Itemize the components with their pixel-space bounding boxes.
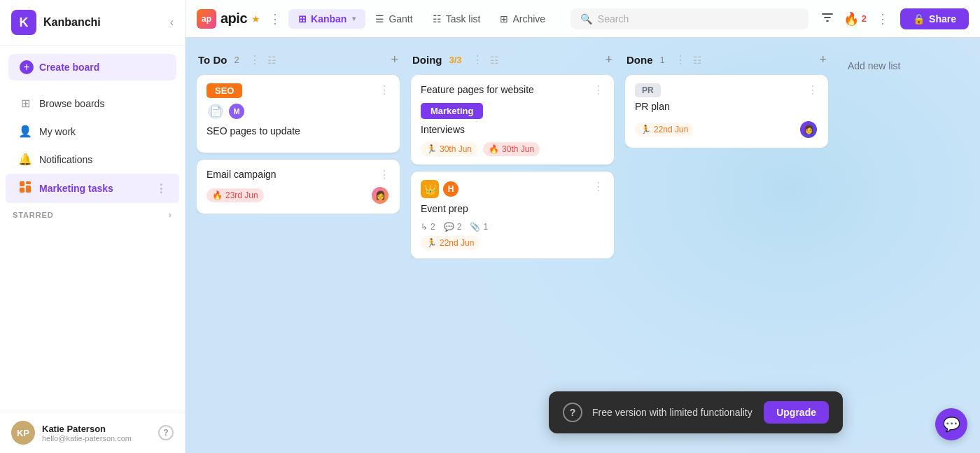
event-prep-avatars: 👑 H <box>421 180 460 198</box>
doing-title: Doing <box>412 54 442 66</box>
doing-more-icon[interactable]: ⋮ <box>469 52 486 68</box>
brand-star-icon: ★ <box>251 13 260 25</box>
search-box[interactable]: 🔍 Search <box>570 8 808 29</box>
pr-tag: PR <box>635 83 661 97</box>
tasks-icon: ↳ <box>421 222 428 232</box>
view-tabs: ⊞ Kanban ▾ ☰ Gantt ☷ Task list ⊞ Archive <box>288 9 555 29</box>
todo-count: 2 <box>234 55 239 65</box>
card-seo[interactable]: SEO ⋮ 📄 M SEO pages to update <box>197 75 400 153</box>
todo-add-card-icon[interactable]: + <box>391 53 398 67</box>
done-title: Done <box>626 54 653 66</box>
feature-pages-title: Feature pages for website <box>421 83 534 97</box>
share-button[interactable]: 🔒 Share <box>900 8 969 29</box>
done-add-card-icon[interactable]: + <box>819 53 827 67</box>
sidebar-nav: ⊞ Browse boards 👤 My work 🔔 Notification… <box>0 89 185 412</box>
seo-card-title: SEO pages to update <box>206 125 390 139</box>
sidebar-item-browse-boards[interactable]: ⊞ Browse boards <box>6 90 179 117</box>
board-more-icon[interactable]: ⋮ <box>155 182 167 195</box>
done-cards: PR ⋮ PR plan 🏃 22nd Jun 👩 <box>625 75 828 148</box>
create-board-button[interactable]: + Create board <box>8 54 176 81</box>
seo-tag: SEO <box>206 83 242 98</box>
card-email-campaign[interactable]: Email campaign ⋮ 🔥 23rd Jun 👩 <box>197 160 400 214</box>
doing-count: 3/3 <box>449 55 462 65</box>
user-info: Katie Paterson hello@katie-paterson.com <box>42 424 151 442</box>
svg-rect-2 <box>20 188 24 193</box>
doing-layout-icon[interactable]: ☷ <box>490 55 499 66</box>
notification-message: Free version with limited functionality <box>592 407 754 418</box>
sidebar-item-notifications[interactable]: 🔔 Notifications <box>6 146 179 173</box>
sidebar: K Kanbanchi ‹ + Create board ⊞ Browse bo… <box>0 0 186 453</box>
email-card-more-icon[interactable]: ⋮ <box>379 168 390 181</box>
done-column-header: Done 1 ⋮ ☷ + <box>625 52 828 68</box>
card-feature-pages[interactable]: Feature pages for website ⋮ Marketing In… <box>411 75 614 165</box>
kanban-chevron-icon: ▾ <box>352 15 356 22</box>
kanban-tab-icon: ⊞ <box>298 13 307 25</box>
pr-date-icon: 🏃 <box>640 125 651 134</box>
seo-avatar-m: M <box>227 102 246 120</box>
lock-icon: 🔒 <box>913 13 925 25</box>
upgrade-button[interactable]: Upgrade <box>764 401 829 424</box>
feature-pages-more-icon[interactable]: ⋮ <box>593 83 604 97</box>
svg-rect-1 <box>26 181 31 184</box>
user-name: Katie Paterson <box>42 424 151 434</box>
marketing-tag: Marketing <box>421 103 483 119</box>
tab-gantt[interactable]: ☰ Gantt <box>365 9 422 29</box>
email-date-chip: 🔥 23rd Jun <box>206 188 264 202</box>
pr-plan-avatar-container: 👩 <box>799 120 818 139</box>
column-done: Done 1 ⋮ ☷ + PR ⋮ PR plan 🏃 <box>625 52 828 439</box>
sidebar-item-my-work[interactable]: 👤 My work <box>6 118 179 145</box>
svg-rect-3 <box>26 186 31 193</box>
column-todo: To Do 2 ⋮ ☷ + SEO ⋮ 📄 M SEO page <box>197 52 400 439</box>
comments-icon: 💬 <box>444 222 454 232</box>
brand-text: apic <box>220 11 247 27</box>
feature-date1-chip: 🏃 30th Jun <box>421 142 477 156</box>
filter-icon[interactable] <box>817 7 838 31</box>
board-icon <box>18 181 32 196</box>
event-tasks-stat: ↳ 2 <box>421 222 435 232</box>
event-prep-more-icon[interactable]: ⋮ <box>593 180 604 193</box>
event-avatar-h: H <box>442 180 460 198</box>
tasklist-tab-icon: ☷ <box>433 13 442 25</box>
brand: ap apic ★ <box>197 9 260 29</box>
feature-date1-icon: 🏃 <box>426 144 437 154</box>
todo-layout-icon[interactable]: ☷ <box>267 55 276 66</box>
doing-add-card-icon[interactable]: + <box>605 53 612 67</box>
chat-icon: 💬 <box>943 416 960 433</box>
topnav-more-icon[interactable]: ⋮ <box>872 8 893 29</box>
todo-more-icon[interactable]: ⋮ <box>246 52 263 68</box>
done-more-icon[interactable]: ⋮ <box>672 52 689 68</box>
tab-kanban[interactable]: ⊞ Kanban ▾ <box>288 9 365 29</box>
notifications-icon: 🔔 <box>18 153 32 166</box>
starred-expand-icon[interactable]: › <box>169 209 172 220</box>
done-layout-icon[interactable]: ☷ <box>693 55 702 66</box>
tab-tasklist[interactable]: ☷ Task list <box>423 9 491 29</box>
plus-icon: + <box>20 60 34 74</box>
todo-title: To Do <box>198 54 227 66</box>
main-content: ap apic ★ ⋮ ⊞ Kanban ▾ ☰ Gantt ☷ Task li… <box>186 0 980 453</box>
sidebar-item-marketing-tasks[interactable]: Marketing tasks ⋮ <box>6 174 179 203</box>
brand-logo-icon: ap <box>197 9 216 29</box>
card-event-prep[interactable]: 👑 H ⋮ Event prep ↳ 2 💬 2 <box>411 172 614 258</box>
svg-rect-0 <box>20 181 24 186</box>
doing-column-header: Doing 3/3 ⋮ ☷ + <box>411 52 614 68</box>
search-icon: 🔍 <box>580 13 592 25</box>
event-attachments-stat: 📎 1 <box>470 222 488 232</box>
notifications-button[interactable]: 🔥 2 <box>838 8 872 29</box>
sidebar-header: K Kanbanchi ‹ <box>0 0 185 46</box>
pr-date-chip: 🏃 22nd Jun <box>635 123 694 137</box>
add-new-list-button[interactable]: Add new list <box>839 55 909 77</box>
brand-more-icon[interactable]: ⋮ <box>265 8 286 29</box>
chat-bubble-button[interactable]: 💬 <box>935 408 967 440</box>
my-work-icon: 👤 <box>18 125 32 138</box>
done-count: 1 <box>660 55 665 65</box>
event-date-chip: 🏃 22nd Jun <box>421 236 479 250</box>
search-placeholder: Search <box>598 13 629 25</box>
todo-cards: SEO ⋮ 📄 M SEO pages to update Email camp… <box>197 75 400 214</box>
help-button[interactable]: ? <box>158 425 174 440</box>
tab-archive[interactable]: ⊞ Archive <box>490 9 555 29</box>
crown-icon: 👑 <box>421 180 439 198</box>
seo-card-more-icon[interactable]: ⋮ <box>379 83 390 97</box>
collapse-sidebar-button[interactable]: ‹ <box>170 16 174 29</box>
pr-plan-more-icon[interactable]: ⋮ <box>807 83 818 97</box>
card-pr-plan[interactable]: PR ⋮ PR plan 🏃 22nd Jun 👩 <box>625 75 828 148</box>
